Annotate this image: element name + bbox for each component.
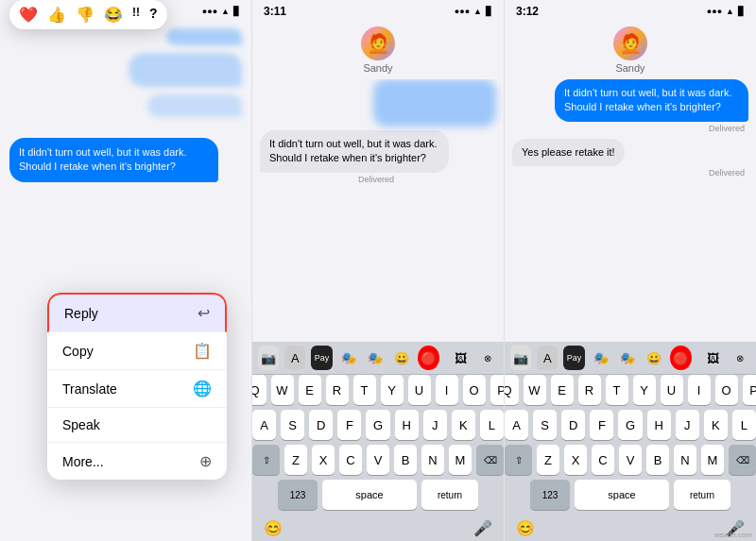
key-F-2[interactable]: F: [337, 410, 361, 440]
key-R-2[interactable]: R: [326, 375, 349, 405]
more-icon: ⊕: [199, 452, 212, 470]
strip-pay-2[interactable]: Pay: [311, 346, 332, 370]
blurred-msg-3: [9, 94, 242, 117]
key-delete-2[interactable]: ⌫: [476, 445, 504, 475]
strip-red-2[interactable]: 🔴: [418, 346, 438, 370]
key-A-2[interactable]: A: [252, 410, 276, 440]
key-P-2[interactable]: P: [490, 375, 506, 405]
key-B-2[interactable]: B: [394, 445, 417, 475]
context-menu-copy[interactable]: Copy 📋: [47, 332, 227, 370]
key-M-2[interactable]: M: [449, 445, 472, 475]
key-W-2[interactable]: W: [271, 375, 294, 405]
strip-expand-3[interactable]: ⊗: [730, 346, 750, 370]
key-123-3[interactable]: 123: [530, 480, 570, 510]
key-shift-2[interactable]: ⇧: [252, 445, 280, 475]
key-C-2[interactable]: C: [339, 445, 362, 475]
key-space-2[interactable]: space: [322, 480, 417, 510]
main-message-container: ❤️ 👍 👎 😂 !! ? It didn't turn out well, b…: [9, 132, 242, 182]
key-Q-3[interactable]: Q: [505, 375, 519, 405]
key-G-2[interactable]: G: [366, 410, 389, 440]
key-U-2[interactable]: U: [408, 375, 431, 405]
strip-emoji3-2[interactable]: 😀: [391, 346, 412, 370]
key-H-2[interactable]: H: [395, 410, 419, 440]
key-N-3[interactable]: N: [674, 445, 696, 475]
key-B-3[interactable]: B: [646, 445, 669, 475]
context-menu-more[interactable]: More... ⊕: [47, 443, 227, 480]
emoji-key-3[interactable]: 😊: [516, 519, 535, 537]
strip-emoji1-3[interactable]: 🎭: [591, 346, 611, 370]
key-V-2[interactable]: V: [367, 445, 389, 475]
key-F-3[interactable]: F: [590, 410, 613, 440]
key-Y-3[interactable]: Y: [633, 375, 656, 405]
reaction-laugh[interactable]: 😂: [104, 23, 123, 24]
key-V-3[interactable]: V: [619, 445, 642, 475]
key-P-3[interactable]: P: [743, 375, 757, 405]
key-M-3[interactable]: M: [701, 445, 724, 475]
key-K-2[interactable]: K: [452, 410, 475, 440]
key-S-3[interactable]: S: [533, 410, 557, 440]
key-Z-2[interactable]: Z: [284, 445, 307, 475]
strip-photos-2[interactable]: 🖼: [451, 346, 472, 370]
key-L-2[interactable]: L: [480, 410, 504, 440]
key-E-3[interactable]: E: [551, 375, 574, 405]
key-X-2[interactable]: X: [312, 445, 335, 475]
strip-photos-3[interactable]: 🖼: [703, 346, 724, 370]
key-H-3[interactable]: H: [647, 410, 671, 440]
key-return-2[interactable]: return: [421, 480, 478, 510]
key-X-3[interactable]: X: [564, 445, 587, 475]
strip-emoji3-3[interactable]: 😀: [644, 346, 664, 370]
emoji-key-2[interactable]: 😊: [264, 519, 283, 537]
key-T-2[interactable]: T: [353, 375, 376, 405]
strip-emoji2-2[interactable]: 🎭: [365, 346, 386, 370]
key-G-3[interactable]: G: [618, 410, 642, 440]
key-O-3[interactable]: O: [715, 375, 738, 405]
strip-a-2[interactable]: A: [284, 346, 305, 370]
status-bar-2: 3:11 ●●● ▲ ▊: [252, 0, 504, 23]
key-S-2[interactable]: S: [281, 410, 304, 440]
key-O-2[interactable]: O: [463, 375, 486, 405]
reaction-question[interactable]: ?: [149, 23, 158, 24]
context-menu-translate[interactable]: Translate 🌐: [47, 370, 227, 408]
strip-emoji1-2[interactable]: 🎭: [338, 346, 359, 370]
key-L-3[interactable]: L: [732, 410, 756, 440]
mic-key-2[interactable]: 🎤: [473, 519, 492, 537]
reaction-thumbsdown[interactable]: 👎: [76, 23, 94, 24]
strip-expand-2[interactable]: ⊗: [477, 346, 498, 370]
key-W-3[interactable]: W: [524, 375, 546, 405]
strip-camera-2[interactable]: 📷: [258, 346, 279, 370]
key-K-3[interactable]: K: [704, 410, 728, 440]
key-space-3[interactable]: space: [575, 480, 669, 510]
contact-name-2: Sandy: [363, 62, 392, 74]
context-menu: Reply ↩ Copy 📋 Translate 🌐 Speak More...…: [47, 293, 227, 480]
key-Y-2[interactable]: Y: [381, 375, 404, 405]
reaction-thumbsup[interactable]: 👍: [47, 23, 66, 24]
key-C-3[interactable]: C: [592, 445, 614, 475]
key-J-3[interactable]: J: [676, 410, 699, 440]
key-I-2[interactable]: I: [436, 375, 458, 405]
key-E-2[interactable]: E: [299, 375, 321, 405]
strip-red-3[interactable]: 🔴: [670, 346, 691, 370]
key-J-2[interactable]: J: [423, 410, 447, 440]
strip-a-3[interactable]: A: [537, 346, 558, 370]
key-D-2[interactable]: D: [309, 410, 333, 440]
key-I-3[interactable]: I: [688, 375, 711, 405]
key-A-3[interactable]: A: [505, 410, 528, 440]
key-D-3[interactable]: D: [561, 410, 585, 440]
key-Q-2[interactable]: Q: [252, 375, 266, 405]
key-return-3[interactable]: return: [674, 480, 730, 510]
context-menu-reply[interactable]: Reply ↩: [47, 293, 227, 332]
key-U-3[interactable]: U: [661, 375, 683, 405]
key-N-2[interactable]: N: [421, 445, 444, 475]
key-delete-3[interactable]: ⌫: [729, 445, 756, 475]
strip-emoji2-3[interactable]: 🎭: [617, 346, 638, 370]
reaction-exclaim[interactable]: !!: [132, 23, 140, 24]
key-shift-3[interactable]: ⇧: [505, 445, 532, 475]
key-T-3[interactable]: T: [606, 375, 628, 405]
strip-pay-3[interactable]: Pay: [563, 346, 584, 370]
context-menu-speak[interactable]: Speak: [47, 408, 227, 443]
strip-camera-3[interactable]: 📷: [510, 346, 531, 370]
reaction-heart[interactable]: ❤️: [19, 23, 38, 24]
key-123-2[interactable]: 123: [278, 480, 318, 510]
key-R-3[interactable]: R: [578, 375, 601, 405]
key-Z-3[interactable]: Z: [537, 445, 559, 475]
